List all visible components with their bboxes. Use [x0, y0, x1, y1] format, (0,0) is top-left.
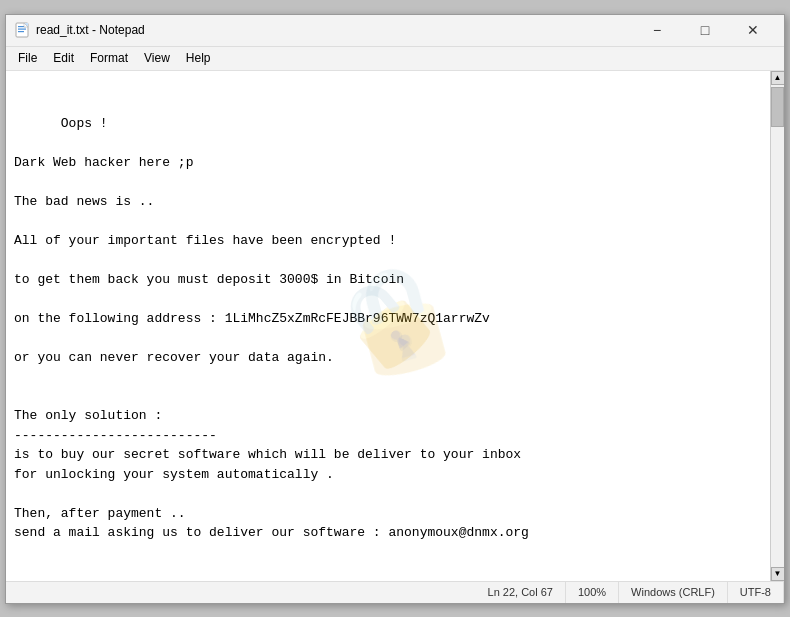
- menu-help[interactable]: Help: [178, 49, 219, 67]
- menu-bar: File Edit Format View Help: [6, 47, 784, 71]
- encoding-status: UTF-8: [728, 582, 784, 603]
- menu-file[interactable]: File: [10, 49, 45, 67]
- content-area: 🔒 Oops ! Dark Web hacker here ;p The bad…: [6, 71, 784, 581]
- minimize-button[interactable]: −: [634, 14, 680, 46]
- svg-rect-3: [18, 31, 24, 32]
- notepad-window: read_it.txt - Notepad − □ ✕ File Edit Fo…: [5, 14, 785, 604]
- line-col-status: Ln 22, Col 67: [476, 582, 566, 603]
- scroll-track[interactable]: [771, 85, 784, 567]
- status-bar: Ln 22, Col 67 100% Windows (CRLF) UTF-8: [6, 581, 784, 603]
- title-bar: read_it.txt - Notepad − □ ✕: [6, 15, 784, 47]
- svg-rect-2: [18, 29, 26, 30]
- text-editor[interactable]: 🔒 Oops ! Dark Web hacker here ;p The bad…: [6, 71, 770, 581]
- vertical-scrollbar[interactable]: ▲ ▼: [770, 71, 784, 581]
- menu-view[interactable]: View: [136, 49, 178, 67]
- scroll-down-button[interactable]: ▼: [771, 567, 785, 581]
- line-ending-status: Windows (CRLF): [619, 582, 728, 603]
- close-button[interactable]: ✕: [730, 14, 776, 46]
- editor-text: Oops ! Dark Web hacker here ;p The bad n…: [14, 116, 529, 541]
- window-controls: − □ ✕: [634, 14, 776, 46]
- scroll-thumb[interactable]: [771, 87, 784, 127]
- menu-format[interactable]: Format: [82, 49, 136, 67]
- scroll-up-button[interactable]: ▲: [771, 71, 785, 85]
- zoom-status: 100%: [566, 582, 619, 603]
- maximize-button[interactable]: □: [682, 14, 728, 46]
- window-title: read_it.txt - Notepad: [36, 23, 634, 37]
- menu-edit[interactable]: Edit: [45, 49, 82, 67]
- app-icon: [14, 22, 30, 38]
